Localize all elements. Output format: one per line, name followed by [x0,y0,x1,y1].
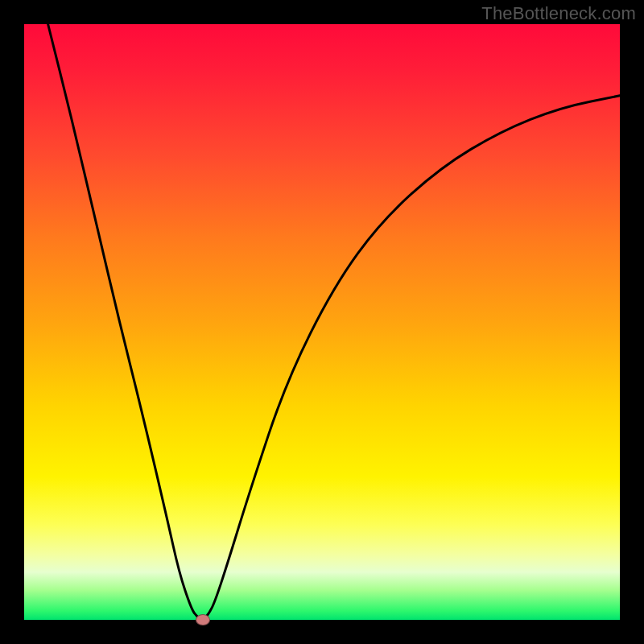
plot-area [24,24,620,620]
watermark-text: TheBottleneck.com [481,3,636,24]
chart-frame: TheBottleneck.com [0,0,644,644]
bottleneck-curve [24,24,620,620]
min-point-marker [196,614,210,625]
